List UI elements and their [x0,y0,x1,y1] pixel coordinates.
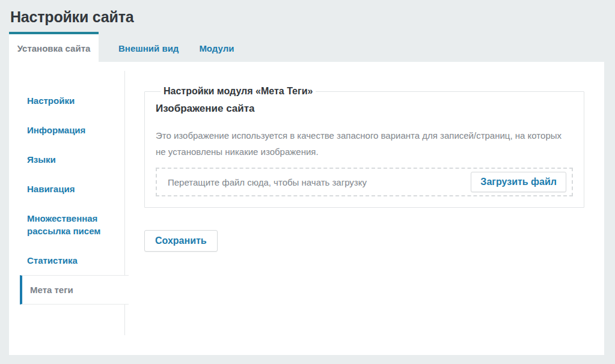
file-dropzone[interactable]: Перетащите файл сюда, чтобы начать загру… [156,168,573,196]
save-button[interactable]: Сохранить [144,230,218,252]
tab-site-setup[interactable]: Установка сайта [9,32,99,62]
tab-appearance[interactable]: Внешний вид [108,34,189,62]
module-legend: Настройки модуля «Мета Теги» [161,85,316,97]
settings-sidebar: Настройки Информация Языки Навигация Мно… [9,62,124,355]
tab-modules[interactable]: Модули [189,34,244,62]
site-settings-page: Настройки сайта Установка сайта Внешний … [0,0,615,364]
meta-tags-module-fieldset: Настройки модуля «Мета Теги» Изображение… [144,85,584,208]
settings-card: Настройки Информация Языки Навигация Мно… [9,62,604,355]
page-title: Настройки сайта [9,0,606,34]
sidebar-item-languages[interactable]: Языки [9,145,124,174]
sidebar-item-navigation[interactable]: Навигация [9,174,124,204]
tab-bar: Установка сайта Внешний вид Модули [9,34,606,62]
dropzone-hint: Перетащите файл сюда, чтобы начать загру… [168,177,367,187]
sidebar-item-mass-mailing[interactable]: Множественная рассылка писем [9,204,124,246]
site-image-heading: Изображение сайта [156,103,573,115]
sidebar-item-meta-tags[interactable]: Мета теги [20,275,129,305]
sidebar-item-information[interactable]: Информация [9,115,124,145]
upload-file-button[interactable]: Загрузить файл [471,172,566,192]
sidebar-item-statistics[interactable]: Статистика [9,246,124,275]
sidebar-item-settings[interactable]: Настройки [9,86,124,115]
main-content: Настройки модуля «Мета Теги» Изображение… [124,62,604,355]
site-image-description: Это изображение используется в качестве … [156,127,573,160]
